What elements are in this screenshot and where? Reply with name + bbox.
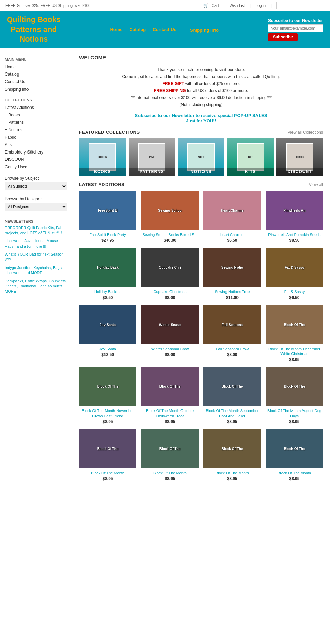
subscribe-button[interactable]: Subscribe [268,33,298,41]
product-name-5[interactable]: Cupcake Christmas [141,289,199,294]
product-card-7[interactable]: Fat & Sassy Fat & Sassy $6.50 [266,248,323,300]
product-name-0[interactable]: FreeSpirit Block Party [79,232,136,237]
logo-line3: Notions [7,34,60,44]
nav-contact[interactable]: Contact Us [153,27,176,32]
newsletter-item-4[interactable]: Indygo Junction, Keychains, Bags, Hallow… [5,265,67,276]
product-price-3: $8.50 [266,238,323,243]
product-name-13[interactable]: Block Of The Month October Halloween Tre… [141,408,199,418]
header: Quilting Books Patterns and Notions Home… [0,11,330,48]
welcome-text: Thank you so much for coming to visit ou… [79,66,323,108]
product-name-8[interactable]: Joy Santa [79,347,136,351]
sidebar-item-books[interactable]: + Books [5,112,67,119]
product-name-15[interactable]: Block Of The Month August Dog Days [266,408,323,418]
product-name-9[interactable]: Winter Seasonal Crow [141,347,199,351]
view-all-collections-link[interactable]: View all Collections [288,130,323,135]
product-price-18: $8.95 [204,476,261,481]
product-name-3[interactable]: Pinwheels And Pumpkin Seeds [266,232,323,237]
product-card-12[interactable]: Block Of The Block Of The Month November… [79,367,136,424]
content-area: WELCOME Thank you so much for coming to … [72,51,330,485]
sidebar-item-home[interactable]: Home [5,64,67,71]
sidebar-item-contact[interactable]: Contact Us [5,78,67,86]
product-card-2[interactable]: Heart Charme Heart Charmer $6.50 [204,191,261,243]
product-price-4: $8.50 [79,295,136,300]
sidebar-item-embroidery[interactable]: Embroidery-Stitchery [5,149,67,156]
product-card-14[interactable]: Block Of The Block Of The Month Septembe… [204,367,261,424]
product-price-6: $11.00 [204,295,261,300]
product-name-18[interactable]: Block Of The Month [204,471,261,475]
sidebar-item-patterns[interactable]: + Patterns [5,119,67,126]
welcome-line3-text: with all orders of $25 or more. [185,81,240,86]
newsletter-item-2[interactable]: Halloween, Java House, Mouse Pads...and … [5,238,67,249]
collection-patterns[interactable]: PAT PATTERNS [129,138,175,176]
browse-designer-label: Browse by Designer [5,196,67,201]
welcome-line2: Come in, sit for a bit and find the happ… [79,73,323,80]
product-card-13[interactable]: Block Of The Block Of The Month October … [141,367,199,424]
sidebar-item-shipping[interactable]: Shipping info [5,86,67,93]
product-card-5[interactable]: Cupcake Chri Cupcake Christmas $8.00 [141,248,199,300]
product-name-4[interactable]: Holiday Baskets [79,289,136,294]
browse-designer-select[interactable]: All Designers [5,203,67,211]
product-name-12[interactable]: Block Of The Month November Crows Best F… [79,408,136,418]
product-name-14[interactable]: Block Of The Month September Hoot And Ho… [204,408,261,418]
product-name-2[interactable]: Heart Charmer [204,232,261,237]
product-price-2: $6.50 [204,238,261,243]
collection-books[interactable]: BOOK BOOKS [79,138,126,176]
login-link[interactable]: Log in [255,3,266,8]
welcome-line4-text: for all US orders of $100 or more. [187,88,248,93]
product-name-7[interactable]: Fat & Sassy [266,289,323,294]
newsletter-item-3[interactable]: What's YOUR Bag for next Season ??? [5,252,67,262]
product-card-9[interactable]: Winter Seaso Winter Seasonal Crow $8.00 [141,305,199,362]
product-price-10: $8.00 [204,352,261,357]
search-input[interactable] [276,2,324,9]
header-newsletter: Subscribe to our Newsletter Subscribe [268,18,323,41]
wishlist-link[interactable]: Wish List [230,3,245,8]
sidebar-item-latest[interactable]: Latest Additions [5,104,67,112]
welcome-title: WELCOME [79,55,323,63]
sidebar-item-notions[interactable]: + Notions [5,126,67,134]
product-card-17[interactable]: Block Of The Block Of The Month $8.95 [141,429,199,481]
product-card-16[interactable]: Block Of The Block Of The Month $8.95 [79,429,136,481]
collection-notions[interactable]: NOT NOTIONS [178,138,224,176]
product-img-9: Winter Seaso [141,305,199,344]
product-card-6[interactable]: Sewing Notio Sewing Notions Tree $11.00 [204,248,261,300]
product-card-11[interactable]: Block Of The Block Of The Month December… [266,305,323,362]
newsletter-item-1[interactable]: PREORDER Quilt Fabric Kits, Fall project… [5,225,67,236]
product-card-15[interactable]: Block Of The Block Of The Month August D… [266,367,323,424]
newsletter-cta-link[interactable]: Subscribe to our Newsletter to receive s… [135,113,267,123]
collection-notions-label: NOTIONS [178,168,224,176]
sidebar-item-discount[interactable]: DISCOUNT [5,156,67,163]
view-all-latest-link[interactable]: View all [309,182,323,187]
sidebar-item-kits[interactable]: Kits [5,141,67,149]
nav-home[interactable]: Home [110,27,122,32]
collection-kits[interactable]: KIT KITS [227,138,274,176]
product-card-10[interactable]: Fall Seasona Fall Seasonal Crow $8.00 [204,305,261,362]
collection-discount[interactable]: DISC DISCOUNT [276,138,323,176]
browse-subject-select[interactable]: All Subjects [5,182,67,190]
product-name-11[interactable]: Block Of The Month December White Christ… [266,347,323,357]
nav-catalog[interactable]: Catalog [130,27,146,32]
product-card-18[interactable]: Block Of The Block Of The Month $8.95 [204,429,261,481]
product-name-10[interactable]: Fall Seasonal Crow [204,347,261,351]
newsletter-item-5[interactable]: Backpacks, Bottle Wraps, Chunklets, Brig… [5,279,67,294]
newsletter-title: Subscribe to our Newsletter [268,18,323,23]
sidebar-item-catalog[interactable]: Catalog [5,71,67,78]
product-card-1[interactable]: Sewing Schoo Sewing School Books Boxed S… [141,191,199,243]
newsletter-email-input[interactable] [268,24,323,32]
product-price-1: $40.00 [141,238,199,243]
product-price-17: $8.95 [141,476,199,481]
product-name-6[interactable]: Sewing Notions Tree [204,289,261,294]
product-card-0[interactable]: FreeSpirit B FreeSpirit Block Party $27.… [79,191,136,243]
sidebar-item-fabric[interactable]: Fabric [5,134,67,142]
cart-link[interactable]: Cart [212,3,219,8]
product-card-19[interactable]: Block Of The Block Of The Month $8.95 [266,429,323,481]
sidebar-item-gently-used[interactable]: Gently Used [5,163,67,171]
product-name-17[interactable]: Block Of The Month [141,471,199,475]
collection-patterns-label: PATTERNS [129,168,175,176]
product-name-1[interactable]: Sewing School Books Boxed Set [141,232,199,237]
product-card-3[interactable]: Pinwheels An Pinwheels And Pumpkin Seeds… [266,191,323,243]
product-card-4[interactable]: Holiday Bask Holiday Baskets $8.50 [79,248,136,300]
product-name-16[interactable]: Block Of The Month [79,471,136,475]
product-name-19[interactable]: Block Of The Month [266,471,323,475]
product-card-8[interactable]: Joy Santa Joy Santa $12.50 [79,305,136,362]
nav-shipping[interactable]: Shipping info [190,27,219,33]
